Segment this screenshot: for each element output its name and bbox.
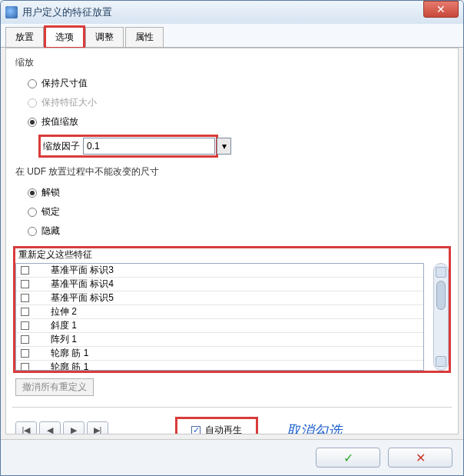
tab-properties[interactable]: 属性 [125, 27, 164, 47]
radio-icon [28, 79, 37, 88]
redefine-label: 重新定义这些特征 [18, 248, 449, 261]
titlebar[interactable]: 用户定义的特征放置 ✕ [1, 1, 463, 24]
app-icon [5, 6, 18, 18]
radio-keep-dim[interactable]: 保持尺寸值 [28, 77, 449, 90]
first-button[interactable]: |◀ [15, 421, 37, 435]
list-item[interactable]: 阵列 1 [16, 333, 423, 347]
checkbox-icon: ✓ [191, 426, 201, 435]
prev-icon: ◀ [47, 425, 53, 434]
ok-button[interactable]: ✓ [316, 448, 380, 468]
redefine-highlight: 重新定义这些特征 基准平面 标识3 基准平面 标识4 基准平面 标识5 拉伸 2… [15, 248, 449, 371]
checkbox-icon[interactable] [21, 335, 29, 344]
auto-regen-checkbox[interactable]: ✓ 自动再生 [177, 419, 256, 434]
radio-icon [28, 98, 37, 108]
tab-place[interactable]: 放置 [5, 27, 44, 47]
scroll-down-icon[interactable] [436, 356, 446, 367]
list-item[interactable]: 拉伸 2 [16, 305, 423, 319]
list-item[interactable]: 基准平面 标识5 [16, 291, 423, 305]
checkbox-icon[interactable] [21, 308, 29, 316]
dialog-footer: ✓ ✕ [1, 439, 463, 475]
cross-icon: ✕ [416, 451, 426, 465]
feature-list[interactable]: 基准平面 标识3 基准平面 标识4 基准平面 标识5 拉伸 2 斜度 1 阵列 … [15, 263, 424, 371]
scrollbar[interactable] [433, 263, 449, 371]
radio-icon [28, 188, 37, 198]
checkbox-icon[interactable] [21, 363, 29, 371]
scroll-up-icon[interactable] [436, 267, 446, 278]
radio-icon [28, 227, 37, 236]
radio-unlock[interactable]: 解锁 [28, 186, 449, 199]
radio-icon [28, 208, 37, 217]
tab-adjust[interactable]: 调整 [85, 27, 124, 47]
cancel-button[interactable]: ✕ [388, 448, 452, 468]
scale-factor-highlight: 缩放因子 [40, 136, 217, 156]
divider [12, 407, 452, 408]
nav-buttons: |◀ ◀ ▶ ▶| [15, 421, 108, 435]
tab-bar: 放置 选项 调整 属性 [1, 24, 463, 48]
list-item[interactable]: 基准平面 标识4 [16, 278, 423, 291]
radio-by-value[interactable]: 按值缩放 [28, 115, 449, 128]
checkbox-icon[interactable] [21, 321, 29, 330]
radio-hide[interactable]: 隐藏 [28, 225, 449, 238]
checkbox-icon[interactable] [21, 280, 29, 288]
list-item[interactable]: 轮廓 筋 1 [16, 361, 423, 371]
scale-factor-combo[interactable] [83, 138, 215, 155]
tab-options[interactable]: 选项 [45, 27, 84, 48]
udf-lock-label: 在 UDF 放置过程中不能改变的尺寸 [15, 165, 449, 178]
checkbox-icon[interactable] [21, 349, 29, 358]
radio-keep-feat: 保持特征大小 [28, 96, 449, 109]
scale-factor-input[interactable] [84, 138, 214, 154]
window-title: 用户定义的特征放置 [22, 5, 423, 19]
list-item[interactable]: 轮廓 筋 1 [16, 347, 423, 361]
last-button[interactable]: ▶| [87, 421, 108, 435]
auto-regen-label: 自动再生 [205, 424, 242, 434]
chevron-down-icon: ▾ [217, 138, 230, 154]
annotation-text: 取消勾选 [287, 421, 342, 435]
undo-all-button[interactable]: 撤消所有重定义 [15, 378, 94, 396]
dialog-window: 用户定义的特征放置 ✕ 放置 选项 调整 属性 缩放 保持尺寸值 保持特征大小 … [0, 0, 464, 476]
radio-lock[interactable]: 锁定 [28, 205, 449, 218]
checkbox-icon[interactable] [21, 294, 29, 302]
radio-icon [28, 118, 37, 127]
first-icon: |◀ [22, 425, 31, 434]
list-item[interactable]: 基准平面 标识3 [16, 264, 423, 278]
scroll-thumb[interactable] [436, 281, 446, 310]
scale-group-label: 缩放 [15, 56, 449, 69]
next-icon: ▶ [71, 425, 77, 434]
checkbox-icon[interactable] [21, 266, 29, 275]
close-button[interactable]: ✕ [423, 1, 459, 18]
last-icon: ▶| [94, 425, 102, 434]
next-button[interactable]: ▶ [63, 421, 85, 435]
prev-button[interactable]: ◀ [39, 421, 61, 435]
close-icon: ✕ [436, 3, 446, 15]
scale-factor-label: 缩放因子 [40, 140, 83, 153]
scale-factor-dropdown[interactable]: ▾ [217, 138, 231, 155]
check-icon: ✓ [343, 451, 353, 465]
list-item[interactable]: 斜度 1 [16, 319, 423, 333]
options-pane: 缩放 保持尺寸值 保持特征大小 按值缩放 缩放因子 ▾ 在 UDF 放置过程 [5, 48, 459, 434]
